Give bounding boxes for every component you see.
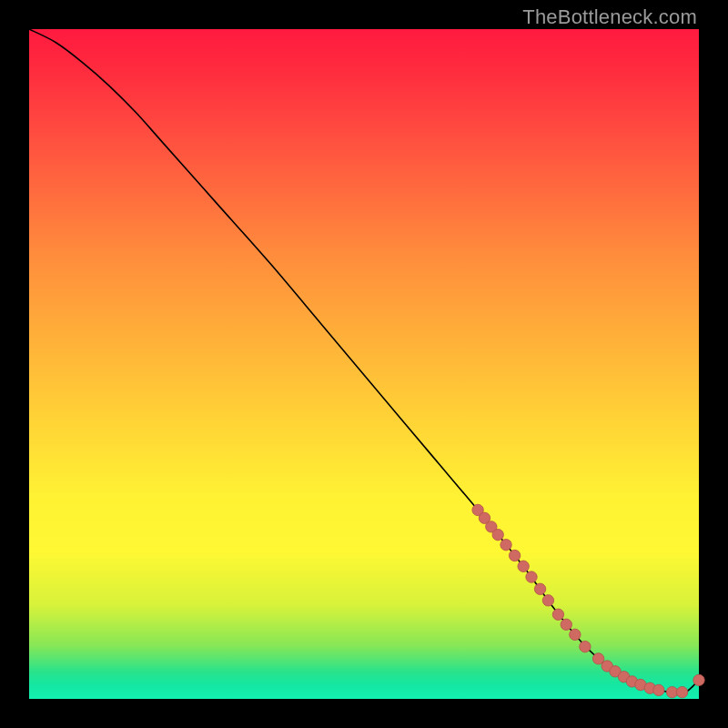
chart-frame: TheBottleneck.com xyxy=(0,0,728,728)
data-marker xyxy=(570,629,581,640)
data-marker xyxy=(666,686,677,697)
data-marker xyxy=(526,571,537,582)
data-marker xyxy=(492,529,503,540)
data-marker xyxy=(561,619,571,630)
data-marker xyxy=(518,561,529,571)
chart-overlay xyxy=(29,29,699,699)
data-marker xyxy=(693,674,704,685)
data-marker xyxy=(534,583,545,594)
data-marker xyxy=(552,609,563,620)
data-marker xyxy=(500,540,511,551)
data-markers xyxy=(472,504,704,698)
data-marker xyxy=(653,684,664,695)
data-marker xyxy=(580,641,591,652)
watermark-label: TheBottleneck.com xyxy=(522,5,697,29)
bottleneck-curve xyxy=(29,29,699,693)
data-marker xyxy=(542,595,553,606)
data-marker xyxy=(676,686,687,697)
data-marker xyxy=(509,550,520,561)
